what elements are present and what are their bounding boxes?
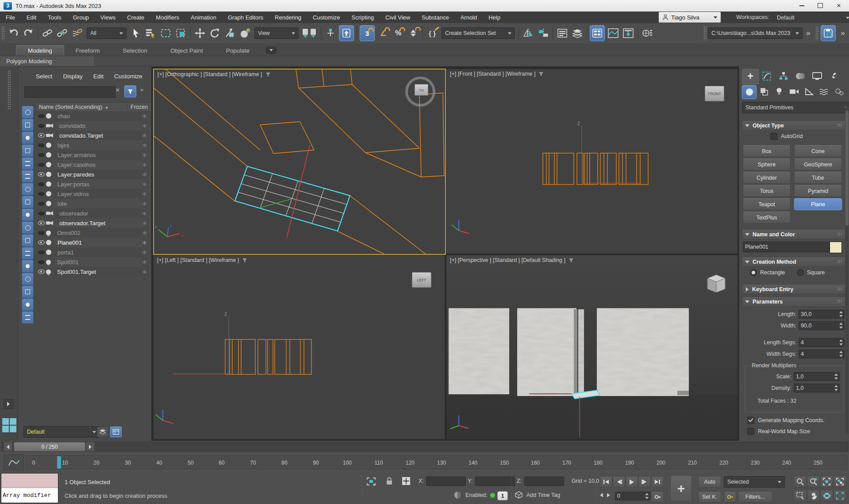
toolbar-grip[interactable] — [703, 26, 707, 40]
frozen-icon[interactable] — [142, 200, 146, 207]
tab-display[interactable] — [809, 69, 825, 83]
eye-closed-icon[interactable] — [38, 143, 45, 147]
eye-open-icon[interactable] — [38, 133, 45, 138]
frozen-icon[interactable] — [142, 239, 146, 246]
spinner[interactable] — [838, 339, 843, 346]
object-name[interactable]: chao — [54, 111, 142, 121]
object-name[interactable]: Layer:vidros — [54, 189, 142, 199]
object-name[interactable]: observador.Target — [56, 218, 142, 228]
frozen-icon[interactable] — [142, 162, 146, 168]
snaps-toggle-3d[interactable]: 3 — [360, 25, 375, 41]
display-toggle-lights[interactable] — [22, 131, 34, 144]
eye-closed-icon[interactable] — [38, 153, 45, 157]
create-spacewarps-button[interactable] — [817, 85, 831, 98]
column-name-label[interactable]: Name (Sorted Ascending) — [39, 104, 102, 110]
explorer-row[interactable]: Layer:paredes — [36, 169, 151, 179]
menu-tools[interactable]: Tools — [42, 14, 67, 21]
object-name[interactable]: Layer:armários — [54, 150, 142, 160]
object-name[interactable]: Layer:caixilhos — [54, 160, 142, 169]
explorer-row[interactable]: observador — [36, 208, 151, 218]
display-toggle-bones[interactable] — [22, 183, 34, 196]
spinner[interactable] — [834, 385, 838, 391]
create-helpers-button[interactable] — [802, 85, 816, 98]
display-toggle-hidden[interactable] — [22, 273, 34, 285]
explorer-row[interactable]: Layer:vidros — [36, 189, 151, 199]
select-link-button[interactable] — [40, 24, 55, 42]
render-overflow-button[interactable]: » — [837, 24, 849, 42]
layer-explorer-footer-button[interactable] — [97, 427, 108, 437]
toggle-layer-explorer-button[interactable] — [570, 24, 585, 42]
display-toggle-selection-sets[interactable] — [22, 285, 34, 298]
time-step-forward[interactable] — [607, 493, 610, 497]
zoom-extents-all-button[interactable] — [834, 476, 846, 488]
display-toggle-spacewarps[interactable] — [22, 170, 34, 183]
toolbar-overflow-button[interactable]: » — [803, 24, 814, 42]
button-tube[interactable]: Tube — [794, 172, 842, 184]
selection-lock-toggle[interactable] — [386, 477, 393, 485]
object-name[interactable]: observador — [56, 208, 142, 218]
creation-square-option[interactable]: Square — [797, 269, 825, 276]
menu-create[interactable]: Create — [121, 14, 150, 21]
viewcube[interactable]: Top — [415, 84, 428, 96]
maximize-button[interactable] — [811, 0, 830, 11]
frozen-icon[interactable] — [142, 269, 146, 275]
listener-macro-pane[interactable] — [1, 473, 58, 488]
scene-security-button[interactable] — [454, 491, 461, 499]
rollout-keyboard-entry[interactable]: Keyboard Entry — [742, 284, 845, 294]
align-button[interactable] — [536, 24, 551, 42]
frozen-icon[interactable] — [142, 230, 146, 236]
explorer-row[interactable]: lote — [36, 199, 151, 208]
eye-closed-icon[interactable] — [38, 192, 45, 196]
spinner[interactable] — [838, 351, 843, 357]
tab-freeform[interactable]: Freeform — [64, 46, 111, 56]
frozen-icon[interactable] — [142, 210, 146, 217]
go-to-end-button[interactable] — [651, 476, 664, 488]
button-textplus[interactable]: TextPlus — [743, 212, 791, 223]
explorer-overflow-icon[interactable]: » — [140, 86, 142, 93]
object-name[interactable]: lajes — [54, 140, 142, 150]
eye-closed-icon[interactable] — [38, 124, 45, 128]
mini-curve-editor-button[interactable] — [4, 454, 24, 470]
explorer-row[interactable]: porta1 — [36, 247, 151, 257]
object-name[interactable]: Layer:portas — [54, 179, 142, 189]
rollout-object-type[interactable]: Object Type — [742, 120, 845, 131]
frozen-icon[interactable] — [142, 249, 146, 256]
autogrid-checkbox[interactable] — [770, 133, 777, 140]
explorer-search-input[interactable] — [24, 86, 115, 98]
eye-closed-icon[interactable] — [38, 202, 45, 206]
eye-open-icon[interactable] — [38, 269, 45, 274]
button-torus[interactable]: Torus — [743, 185, 791, 197]
scale-field[interactable]: 1,0 — [794, 372, 840, 381]
funnel-icon[interactable] — [242, 258, 247, 263]
unlink-button[interactable] — [55, 24, 70, 42]
menu-help[interactable]: Help — [483, 14, 506, 21]
frozen-icon[interactable] — [142, 191, 146, 197]
window-crossing-button[interactable] — [173, 24, 188, 42]
ribbon-config-button[interactable] — [265, 46, 277, 54]
select-and-rotate-button[interactable] — [207, 24, 223, 42]
key-mode-toggle[interactable] — [651, 491, 664, 503]
frozen-icon[interactable] — [142, 113, 146, 119]
search-clear-icon[interactable]: × — [115, 86, 119, 94]
eye-closed-icon[interactable] — [38, 114, 45, 118]
eye-closed-icon[interactable] — [38, 182, 45, 186]
object-name[interactable]: Spot001 — [54, 257, 142, 267]
object-name-field[interactable]: Plane001 — [743, 242, 830, 252]
display-toggle-visibility[interactable] — [22, 298, 34, 311]
display-toggle-cameras[interactable] — [22, 144, 34, 157]
current-frame-marker[interactable] — [57, 456, 61, 469]
autobackup-save-button[interactable] — [821, 25, 836, 41]
project-folder-select[interactable]: C:\Users\tiago...s\3ds Max 2023 — [708, 27, 803, 39]
real-world-checkbox[interactable] — [747, 428, 754, 435]
curve-editor-button[interactable] — [606, 24, 621, 42]
button-geosphere[interactable]: GeoSphere — [794, 158, 842, 170]
percent-snap-toggle[interactable]: % — [391, 24, 406, 42]
menu-arnold[interactable]: Arnold — [455, 14, 483, 21]
material-editor-button[interactable] — [640, 24, 655, 42]
add-time-tag-label[interactable]: Add Time Tag — [526, 492, 560, 498]
rollout-name-and-color[interactable]: Name and Color — [742, 229, 845, 239]
zoom-all-button[interactable] — [807, 476, 820, 488]
viewport-label[interactable]: [+] [Front ] [Standard ] [Wireframe ] — [450, 71, 544, 77]
set-keys-button[interactable]: + — [670, 475, 692, 502]
time-tag-button[interactable] — [515, 491, 522, 499]
